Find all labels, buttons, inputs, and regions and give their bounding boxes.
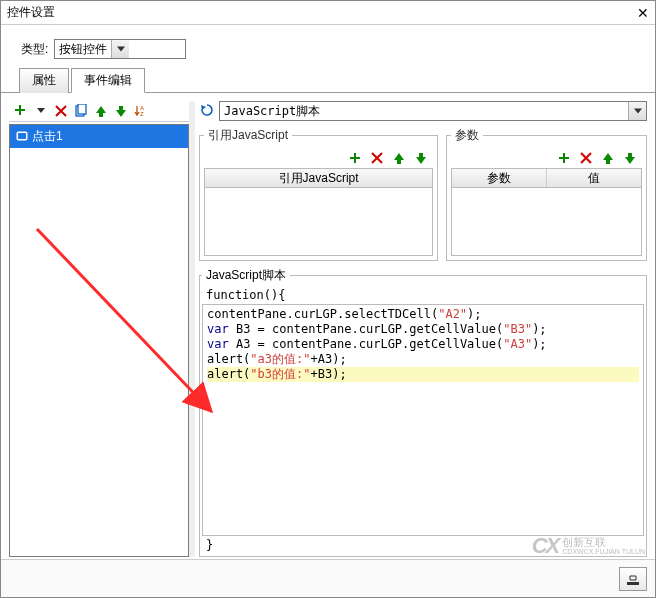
param-legend: 参数 <box>451 127 483 144</box>
titlebar: 控件设置 ✕ <box>1 1 655 25</box>
code-editor[interactable]: contentPane.curLGP.selectTDCell("A2");va… <box>202 304 644 536</box>
add-dropdown-icon[interactable] <box>33 103 49 119</box>
event-list[interactable]: 点击1 <box>9 124 189 557</box>
script-type-row: JavaScript脚本 <box>199 101 647 121</box>
close-icon[interactable]: ✕ <box>637 5 649 21</box>
right-panel: JavaScript脚本 引用JavaScript 引用JavaScript <box>195 101 647 557</box>
js-ref-section: 引用JavaScript 引用JavaScript <box>199 127 438 261</box>
type-dropdown[interactable]: 按钮控件 <box>54 39 186 59</box>
script-box: JavaScript脚本 function(){ contentPane.cur… <box>199 267 647 557</box>
delete-event-button[interactable] <box>53 103 69 119</box>
param-col-name: 参数 <box>452 169 547 187</box>
add-event-button[interactable] <box>13 103 29 119</box>
param-up-button[interactable] <box>600 150 616 166</box>
func-close: } <box>202 536 644 554</box>
param-header: 参数 值 <box>451 168 642 188</box>
left-toolbar: AZ <box>9 101 189 122</box>
svg-rect-1 <box>78 104 86 114</box>
svg-rect-7 <box>627 582 639 585</box>
event-icon <box>16 131 28 143</box>
sort-button[interactable]: AZ <box>133 103 149 119</box>
param-delete-button[interactable] <box>578 150 594 166</box>
js-ref-legend: 引用JavaScript <box>204 127 292 144</box>
param-down-button[interactable] <box>622 150 638 166</box>
type-row: 类型: 按钮控件 <box>1 25 655 67</box>
refresh-button[interactable] <box>199 102 215 121</box>
tabs: 属性 事件编辑 <box>1 67 655 93</box>
script-box-legend: JavaScript脚本 <box>202 267 290 284</box>
copy-button[interactable] <box>73 103 89 119</box>
type-label: 类型: <box>21 41 48 58</box>
upper-two-columns: 引用JavaScript 引用JavaScript 参数 <box>199 127 647 261</box>
js-add-button[interactable] <box>347 150 363 166</box>
param-body[interactable] <box>451 188 642 256</box>
event-item-click1[interactable]: 点击1 <box>10 125 188 148</box>
js-ref-header: 引用JavaScript <box>204 168 433 188</box>
js-down-button[interactable] <box>413 150 429 166</box>
svg-text:Z: Z <box>140 111 144 117</box>
param-col-value: 值 <box>547 169 641 187</box>
type-value: 按钮控件 <box>55 41 111 58</box>
move-down-button[interactable] <box>113 103 129 119</box>
tab-attributes[interactable]: 属性 <box>19 68 69 93</box>
js-ref-body[interactable] <box>204 188 433 256</box>
window-title: 控件设置 <box>7 4 55 21</box>
func-open: function(){ <box>202 286 644 304</box>
footer-button[interactable] <box>619 567 647 591</box>
svg-rect-5 <box>18 133 26 139</box>
script-type-value: JavaScript脚本 <box>220 103 324 120</box>
param-add-button[interactable] <box>556 150 572 166</box>
left-panel: AZ 点击1 <box>9 101 189 557</box>
js-ref-toolbar <box>204 148 433 168</box>
js-delete-button[interactable] <box>369 150 385 166</box>
footer <box>1 559 655 597</box>
event-item-label: 点击1 <box>32 128 63 145</box>
move-up-button[interactable] <box>93 103 109 119</box>
js-ref-col: 引用JavaScript <box>205 169 432 187</box>
js-up-button[interactable] <box>391 150 407 166</box>
param-section: 参数 参数 值 <box>446 127 647 261</box>
param-toolbar <box>451 148 642 168</box>
tab-event-edit[interactable]: 事件编辑 <box>71 68 145 93</box>
chevron-down-icon <box>628 102 646 120</box>
editor-body: AZ 点击1 JavaScript脚本 引用JavaS <box>1 93 655 557</box>
chevron-down-icon <box>111 40 129 58</box>
script-type-dropdown[interactable]: JavaScript脚本 <box>219 101 647 121</box>
